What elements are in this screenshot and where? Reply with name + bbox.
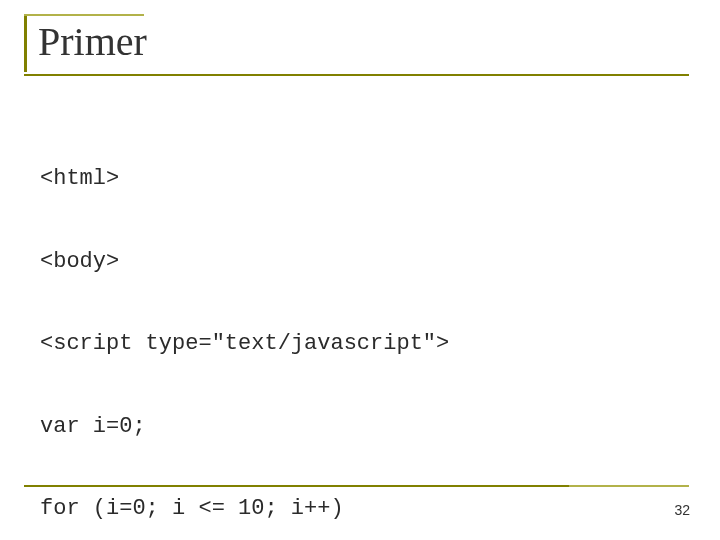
title-accent-top — [24, 14, 144, 16]
page-number: 32 — [674, 502, 690, 518]
code-line: for (i=0; i <= 10; i++) — [40, 495, 490, 523]
code-block: <html> <body> <script type="text/javascr… — [40, 110, 490, 540]
code-line: <html> — [40, 165, 490, 193]
bottom-rule-accent — [569, 485, 689, 487]
slide-title: Primer — [38, 18, 147, 65]
title-underline — [24, 74, 689, 76]
title-accent-left — [24, 14, 27, 72]
slide: Primer <html> <body> <script type="text/… — [0, 0, 720, 540]
code-line: var i=0; — [40, 413, 490, 441]
code-line: <body> — [40, 248, 490, 276]
code-line: <script type="text/javascript"> — [40, 330, 490, 358]
